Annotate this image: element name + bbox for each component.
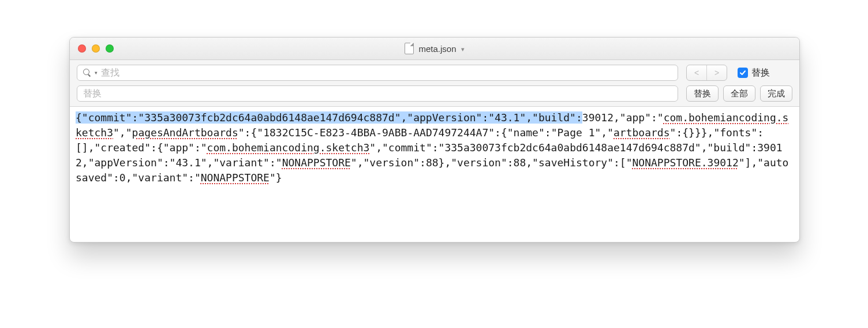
spellcheck-underline: com.bohemiancoding.sketch3 (207, 141, 370, 154)
window-title: meta.json (418, 44, 456, 54)
title-dropdown-icon[interactable]: ▾ (461, 46, 465, 53)
replace-all-button[interactable]: 全部 (723, 85, 755, 102)
find-nav-segmented: < > (686, 65, 727, 81)
code-text: ","version":88},"version":88,"saveHistor… (351, 156, 633, 169)
text-editor-window: meta.json ▾ ▾ 查找 < > 替换 替换 替 (69, 37, 800, 243)
replace-placeholder: 替换 (83, 88, 102, 100)
zoom-window-button[interactable] (106, 44, 114, 53)
search-placeholder: 查找 (101, 67, 119, 79)
checkbox-checked-icon (738, 68, 748, 78)
search-icon (83, 69, 91, 77)
find-replace-bar: ▾ 查找 < > 替换 替换 替换 全部 完成 (70, 60, 799, 107)
text-editor-content[interactable]: {"commit":"335a30073fcb2dc64a0abd6148ae1… (70, 107, 799, 242)
close-window-button[interactable] (78, 44, 86, 53)
replace-toggle-checkbox[interactable]: 替换 (738, 67, 770, 79)
minimize-window-button[interactable] (92, 44, 100, 53)
window-controls (70, 44, 114, 53)
spellcheck-underline: artboards (613, 126, 670, 139)
search-options-dropdown-icon[interactable]: ▾ (95, 70, 98, 76)
done-button[interactable]: 完成 (760, 85, 792, 102)
spellcheck-underline: NONAPPSTORE (201, 172, 270, 184)
spellcheck-underline: NONAPPSTORE.39012 (633, 156, 739, 169)
code-text: 39012,"app":" (582, 111, 664, 124)
spellcheck-underline: NONAPPSTORE (282, 156, 351, 169)
spellcheck-underline: pagesAndArtboards (132, 126, 238, 139)
find-next-button[interactable]: > (706, 65, 727, 80)
find-prev-button[interactable]: < (687, 65, 706, 80)
code-text: "} (270, 172, 282, 184)
document-icon (405, 43, 414, 54)
code-text: "," (113, 126, 132, 139)
replace-input[interactable]: 替换 (77, 85, 678, 102)
selected-text: {"commit":"335a30073fcb2dc64a0abd6148ae1… (76, 111, 582, 124)
replace-toggle-label: 替换 (751, 67, 770, 79)
code-text: ":{"1832C15C-E823-4BBA-9ABB-AAD7497244A7… (238, 126, 613, 139)
replace-button[interactable]: 替换 (686, 85, 719, 102)
search-input[interactable]: ▾ 查找 (77, 65, 678, 81)
titlebar: meta.json ▾ (70, 38, 799, 60)
